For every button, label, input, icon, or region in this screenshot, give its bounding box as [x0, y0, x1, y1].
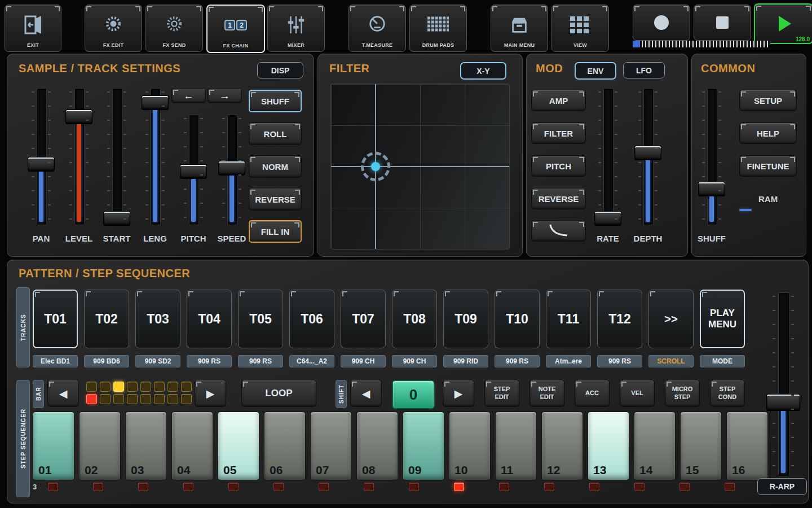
slider-handle[interactable]: [28, 157, 55, 172]
disp-button[interactable]: DISP: [257, 62, 303, 78]
roll-button[interactable]: ROLL: [249, 122, 302, 145]
step-cell[interactable]: 11: [495, 411, 537, 480]
track-button[interactable]: T04: [187, 290, 232, 348]
setup-button[interactable]: SETUP: [739, 90, 797, 111]
step-cell[interactable]: 04: [171, 411, 213, 480]
track-sample-label[interactable]: 909 RS: [495, 355, 540, 367]
step-cell[interactable]: 12: [541, 411, 583, 480]
reverse-button[interactable]: REVERSE: [249, 188, 302, 211]
track-sample-label[interactable]: Atm..ere: [546, 355, 591, 367]
step-cell[interactable]: 10: [449, 411, 491, 480]
prev-page-button[interactable]: ←: [171, 88, 206, 103]
help-button[interactable]: HELP: [739, 122, 797, 144]
next-page-button[interactable]: →: [208, 88, 242, 103]
track-button[interactable]: T07: [341, 290, 386, 348]
slider-handle[interactable]: [698, 182, 725, 196]
common-shuff-slider[interactable]: [696, 87, 727, 226]
pitch-slider[interactable]: [178, 113, 209, 226]
speed-slider[interactable]: [216, 113, 248, 226]
step-cell[interactable]: 09: [403, 411, 444, 480]
shuff-button[interactable]: SHUFF: [249, 90, 302, 112]
start-slider[interactable]: [101, 87, 133, 226]
step-cell[interactable]: 06: [264, 411, 306, 480]
shift-next-button[interactable]: ▶: [443, 380, 474, 407]
slider-handle[interactable]: [142, 95, 169, 110]
main-menu-button[interactable]: MAIN MENU: [491, 5, 548, 52]
track-button[interactable]: T02: [84, 290, 129, 348]
xy-mode-button[interactable]: X-Y: [460, 62, 506, 80]
track-button[interactable]: T01: [33, 290, 78, 348]
slider-handle[interactable]: [766, 394, 800, 411]
step-cell[interactable]: 15: [680, 411, 722, 480]
track-sample-label[interactable]: 909 CH: [392, 355, 437, 367]
track-scroll-button[interactable]: >>: [648, 290, 694, 348]
step-cell[interactable]: 13: [588, 411, 629, 480]
sequencer-master-slider[interactable]: [763, 291, 804, 478]
step-cell[interactable]: 14: [634, 411, 676, 480]
bar-next-button[interactable]: ▶: [195, 380, 226, 407]
track-sample-label[interactable]: 909 RS: [187, 355, 232, 367]
edit-mode-button[interactable]: STEP EDIT: [484, 380, 519, 407]
scroll-label[interactable]: SCROLL: [648, 355, 694, 367]
slider-handle[interactable]: [634, 146, 661, 160]
track-button[interactable]: T05: [238, 290, 283, 348]
track-sample-label[interactable]: 909 BD6: [84, 355, 129, 367]
edit-mode-button[interactable]: NOTE EDIT: [529, 380, 564, 407]
track-button[interactable]: T06: [289, 290, 334, 348]
track-button[interactable]: T09: [443, 290, 488, 348]
envelope-curve-button[interactable]: [531, 220, 586, 242]
fx-edit-button[interactable]: FX EDIT: [85, 5, 142, 52]
slider-handle[interactable]: [218, 161, 245, 176]
track-sample-label[interactable]: Elec BD1: [33, 355, 78, 367]
filter-xy-pad[interactable]: [330, 84, 510, 249]
edit-mode-button[interactable]: STEP COND: [710, 380, 745, 407]
lfo-button[interactable]: LFO: [623, 62, 665, 78]
track-button[interactable]: T11: [546, 290, 591, 348]
mode-label[interactable]: MODE: [700, 355, 745, 367]
step-cell[interactable]: 05: [218, 411, 259, 480]
track-sample-label[interactable]: 909 RS: [597, 355, 642, 367]
play-button[interactable]: 128.0: [754, 3, 812, 44]
rate-slider[interactable]: [592, 87, 624, 226]
leng-slider[interactable]: [139, 87, 171, 226]
r-arp-button[interactable]: R-ARP: [757, 478, 807, 495]
track-sample-label[interactable]: 909 RID: [443, 355, 488, 367]
step-cell[interactable]: 08: [356, 411, 398, 480]
track-sample-label[interactable]: 909 CH: [341, 355, 386, 367]
shift-prev-button[interactable]: ◀: [350, 380, 382, 407]
mod-target-button[interactable]: AMP: [531, 90, 586, 111]
track-button[interactable]: T03: [135, 290, 180, 348]
step-cell[interactable]: 07: [310, 411, 352, 480]
xy-cursor[interactable]: [361, 152, 390, 181]
slider-handle[interactable]: [180, 164, 207, 179]
edit-mode-button[interactable]: VEL: [620, 380, 655, 407]
env-button[interactable]: ENV: [575, 62, 616, 80]
mod-target-button[interactable]: FILTER: [531, 122, 586, 144]
fill-in-button[interactable]: FILL IN: [249, 220, 302, 243]
drum-pads-button[interactable]: DRUM PADS: [409, 5, 467, 52]
track-sample-label[interactable]: C64..._A2: [289, 355, 334, 367]
slider-handle[interactable]: [65, 110, 92, 124]
track-button[interactable]: T10: [495, 290, 540, 348]
fx-send-button[interactable]: FX SEND: [145, 5, 203, 52]
edit-mode-button[interactable]: MICRO STEP: [665, 380, 700, 407]
t-measure-button[interactable]: T.MEASURE: [348, 5, 406, 52]
view-button[interactable]: VIEW: [551, 5, 609, 52]
loop-button[interactable]: LOOP: [241, 380, 316, 407]
track-button[interactable]: T08: [392, 290, 437, 348]
slider-handle[interactable]: [103, 211, 130, 226]
stop-button[interactable]: [694, 5, 751, 41]
step-cell[interactable]: 03: [125, 411, 167, 480]
step-cell[interactable]: 02: [79, 411, 121, 480]
track-sample-label[interactable]: 909 RS: [238, 355, 283, 367]
mixer-button[interactable]: MIXER: [267, 5, 325, 52]
norm-button[interactable]: NORM: [249, 155, 302, 178]
track-button[interactable]: T12: [597, 290, 642, 348]
bar-prev-button[interactable]: ◀: [47, 380, 79, 407]
finetune-button[interactable]: FINETUNE: [739, 155, 797, 177]
record-button[interactable]: [633, 5, 690, 41]
fx-chain-button[interactable]: 12 FX CHAIN: [206, 5, 265, 53]
exit-button[interactable]: EXIT: [5, 5, 61, 52]
play-menu-button[interactable]: PLAY MENU: [700, 290, 745, 348]
timeline-progress[interactable]: [633, 41, 770, 47]
